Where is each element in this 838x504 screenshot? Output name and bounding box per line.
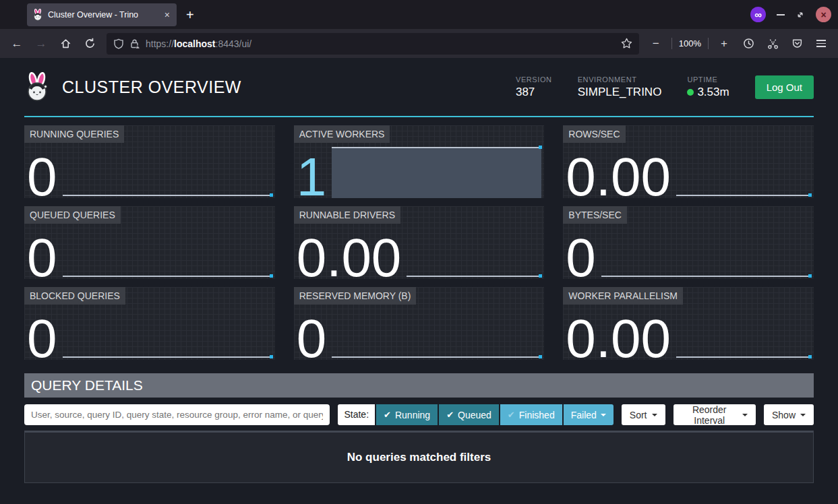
page-header: CLUSTER OVERVIEW VERSION 387 ENVIRONMENT…	[24, 58, 814, 117]
toolbar-separator	[671, 38, 672, 49]
version-info: VERSION 387	[516, 75, 552, 99]
sparkline-chart	[601, 224, 812, 279]
sparkline-chart	[63, 224, 274, 279]
show-dropdown-button[interactable]: Show	[764, 404, 814, 425]
state-filter-group: State: ✔ Running ✔ Queued ✔ Finished Fai…	[338, 404, 613, 425]
tracking-protection-shield-icon[interactable]	[113, 38, 124, 49]
trino-favicon-icon	[32, 9, 43, 21]
pocket-save-icon[interactable]	[787, 34, 807, 54]
stat-label: RUNNABLE DRIVERS	[294, 206, 400, 224]
stat-card-blocked-queries: BLOCKED QUERIES 0	[24, 287, 275, 360]
stat-label: RUNNING QUERIES	[24, 125, 124, 143]
stat-value: 0.00	[566, 156, 676, 198]
sparkline-chart	[63, 305, 274, 360]
query-details-section-header: QUERY DETAILS	[24, 373, 814, 398]
browser-toolbar: ← → https://localhost:8443/ui/	[0, 29, 838, 58]
uptime-status-dot	[687, 89, 694, 96]
stat-value: 0	[566, 237, 601, 279]
sort-dropdown-button[interactable]: Sort	[622, 404, 665, 425]
window-controls: ∞ ×	[750, 7, 838, 22]
menu-hamburger-icon[interactable]	[811, 34, 831, 54]
page-title: CLUSTER OVERVIEW	[62, 77, 241, 97]
tab-title: Cluster Overview - Trino	[48, 10, 158, 20]
history-clock-icon[interactable]	[738, 34, 758, 54]
check-icon: ✔	[384, 410, 391, 420]
stat-card-worker-parallelism: WORKER PARALLELISM 0.00	[563, 287, 814, 360]
state-filter-label: State:	[338, 404, 375, 425]
tab-close-icon[interactable]: ×	[163, 9, 171, 20]
empty-message: No queries matched filters	[347, 451, 491, 464]
query-results-empty-panel: No queries matched filters	[24, 431, 814, 483]
state-filter-running[interactable]: ✔ Running	[376, 404, 438, 425]
zoom-level-button[interactable]: 100%	[678, 38, 702, 49]
reload-button[interactable]	[80, 34, 100, 54]
stat-card-active-workers: ACTIVE WORKERS 1	[294, 125, 545, 198]
trino-logo	[24, 72, 50, 102]
uptime-value: 3.53m	[687, 86, 729, 99]
query-filter-toolbar: State: ✔ Running ✔ Queued ✔ Finished Fai…	[24, 404, 814, 425]
check-icon: ✔	[508, 410, 515, 420]
sparkline-chart	[63, 143, 274, 198]
bookmark-star-icon[interactable]	[621, 38, 632, 49]
stat-value: 0	[27, 318, 63, 360]
state-filter-queued[interactable]: ✔ Queued	[439, 404, 499, 425]
environment-value: SIMPLE_TRINO	[578, 86, 662, 99]
stat-label: BYTES/SEC	[563, 206, 627, 224]
toolbar-separator	[708, 38, 709, 49]
logout-button[interactable]: Log Out	[755, 75, 814, 99]
insecure-lock-icon[interactable]	[129, 38, 140, 49]
query-search-input[interactable]	[24, 404, 330, 425]
stat-card-runnable-drivers: RUNNABLE DRIVERS 0.00	[294, 206, 545, 279]
close-window-button[interactable]: ×	[816, 7, 831, 22]
uptime-label: UPTIME	[687, 75, 729, 84]
restore-window-button[interactable]	[796, 10, 805, 20]
sparkline-chart	[676, 305, 812, 360]
stat-value: 0	[27, 237, 63, 279]
browser-tab-bar: Cluster Overview - Trino × + ∞ ×	[0, 0, 838, 29]
stat-label: WORKER PARALLELISM	[563, 287, 683, 305]
chevron-down-icon	[800, 414, 806, 416]
stat-value: 0	[27, 156, 63, 198]
state-filter-finished[interactable]: ✔ Finished	[500, 404, 562, 425]
stat-label: QUEUED QUERIES	[24, 206, 121, 224]
sparkline-chart	[332, 305, 543, 360]
back-button[interactable]: ←	[7, 34, 27, 54]
stat-card-running-queries: RUNNING QUERIES 0	[24, 125, 275, 198]
check-icon: ✔	[446, 410, 454, 420]
chevron-down-icon	[652, 414, 657, 416]
stat-label: BLOCKED QUERIES	[24, 287, 125, 305]
home-button[interactable]	[55, 34, 76, 54]
sparkline-chart	[407, 224, 543, 279]
sparkline-chart	[676, 143, 812, 198]
url-bar[interactable]: https://localhost:8443/ui/	[107, 33, 639, 55]
trino-cluster-overview-page: CLUSTER OVERVIEW VERSION 387 ENVIRONMENT…	[0, 58, 838, 504]
stat-card-queued-queries: QUEUED QUERIES 0	[24, 206, 275, 279]
browser-tab[interactable]: Cluster Overview - Trino ×	[27, 3, 177, 26]
environment-info: ENVIRONMENT SIMPLE_TRINO	[578, 75, 662, 99]
url-text: https://localhost:8443/ui/	[146, 38, 251, 49]
stat-value: 1	[297, 156, 332, 198]
version-label: VERSION	[516, 75, 552, 84]
screenshot-scissors-icon[interactable]	[762, 34, 783, 54]
stat-card-reserved-memory: RESERVED MEMORY (B) 0	[294, 287, 545, 360]
stat-card-rows-sec: ROWS/SEC 0.00	[563, 125, 814, 198]
stat-value: 0.00	[566, 318, 676, 360]
uptime-info: UPTIME 3.53m	[687, 75, 729, 99]
reorder-interval-dropdown-button[interactable]: Reorder Interval	[674, 404, 756, 425]
chevron-down-icon	[742, 414, 748, 416]
stats-grid: RUNNING QUERIES 0 ACTIVE WORKERS 1 ROWS/…	[24, 125, 814, 360]
stat-value: 0	[297, 318, 332, 360]
stat-label: ACTIVE WORKERS	[294, 125, 390, 143]
state-filter-failed-dropdown[interactable]: Failed	[564, 404, 613, 425]
version-value: 387	[516, 86, 552, 99]
stat-card-bytes-sec: BYTES/SEC 0	[563, 206, 814, 279]
zoom-in-button[interactable]: +	[714, 34, 734, 54]
chevron-down-icon	[601, 414, 606, 416]
stat-label: RESERVED MEMORY (B)	[294, 287, 417, 305]
sparkline-chart	[332, 143, 543, 198]
minimize-button[interactable]	[777, 14, 785, 15]
zoom-out-button[interactable]: −	[646, 34, 666, 54]
new-tab-button[interactable]: +	[186, 8, 194, 22]
forward-button: →	[31, 34, 51, 54]
stat-value: 0.00	[297, 237, 407, 279]
